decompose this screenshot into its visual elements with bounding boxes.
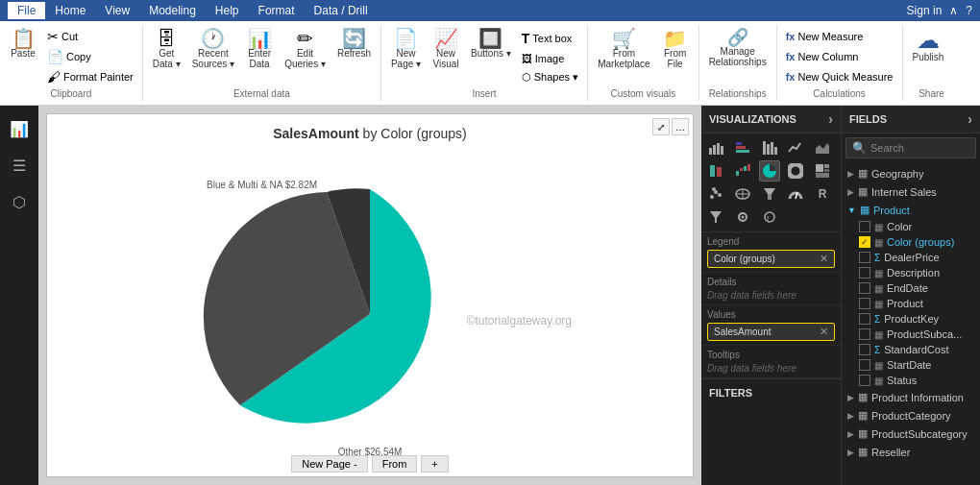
field-status[interactable]: ▦ Status [842, 373, 980, 388]
standard-cost-checkbox[interactable] [859, 344, 870, 355]
recent-sources-button[interactable]: 🕐 RecentSources ▾ [188, 27, 238, 71]
copy-button[interactable]: 📄 Copy [44, 48, 136, 65]
field-product[interactable]: ▦ Product [842, 296, 980, 311]
field-end-date[interactable]: ▦ EndDate [842, 280, 980, 296]
fields-search-input[interactable] [870, 142, 969, 154]
page-tab-1[interactable]: New Page - [291, 455, 367, 473]
menu-home[interactable]: Home [45, 2, 95, 19]
new-visual-button[interactable]: 📈 NewVisual [429, 27, 463, 71]
enter-data-button[interactable]: 📊 EnterData [242, 27, 277, 71]
viz-pie-chart[interactable] [759, 160, 780, 182]
from-marketplace-button[interactable]: 🛒 FromMarketplace [594, 27, 653, 71]
field-product-subca[interactable]: ▦ ProductSubca... [842, 327, 980, 342]
new-column-button[interactable]: fx New Column [783, 50, 896, 63]
menu-format[interactable]: Format [249, 2, 305, 19]
canvas-ellipsis-btn[interactable]: … [672, 118, 689, 135]
shapes-button[interactable]: ⬡ Shapes ▾ [519, 70, 581, 85]
viz-filter-icon[interactable] [705, 206, 726, 228]
legend-pill-close[interactable]: ✕ [820, 253, 828, 265]
svg-rect-4 [736, 150, 749, 153]
viz-panel-expand-btn[interactable]: › [828, 111, 833, 127]
viz-waterfall[interactable] [732, 160, 753, 182]
color-groups-checkbox[interactable]: ✓ [859, 236, 870, 248]
values-pill[interactable]: SalesAmount ✕ [707, 323, 835, 341]
viz-r-script[interactable]: R [812, 183, 833, 205]
chart-container: Blue & Multi & NA $2.82M Other $26.54M ©… [149, 151, 591, 476]
viz-column-chart[interactable] [759, 137, 780, 158]
svg-rect-9 [771, 142, 773, 155]
viz-format-icon[interactable] [732, 206, 753, 228]
new-measure-button[interactable]: fx New Measure [783, 30, 896, 43]
new-page-button[interactable]: 📄 NewPage ▾ [387, 27, 425, 71]
field-start-date[interactable]: ▦ StartDate [842, 357, 980, 373]
field-standard-cost[interactable]: Σ StandardCost [842, 342, 980, 357]
legend-zone: Legend Color (groups) ✕ [701, 232, 841, 273]
new-quick-measure-button[interactable]: fx New Quick Measure [783, 70, 896, 84]
viz-area-chart[interactable] [812, 137, 833, 158]
report-view-icon[interactable]: 📊 [4, 113, 35, 144]
svg-rect-33 [768, 194, 772, 200]
field-description[interactable]: ▦ Description [842, 265, 980, 280]
viz-bar-chart[interactable] [705, 137, 726, 158]
field-color-groups[interactable]: ✓ ▦ Color (groups) [842, 234, 980, 250]
viz-gauge[interactable] [785, 183, 806, 205]
viz-funnel[interactable] [759, 183, 780, 205]
product-subcategory-header[interactable]: ▶ ▦ ProductSubcategory [842, 424, 980, 443]
legend-pill[interactable]: Color (groups) ✕ [707, 250, 835, 268]
filters-label: FILTERS [709, 383, 833, 402]
menu-help[interactable]: Help [206, 2, 249, 19]
paste-button[interactable]: 📋 Paste [6, 27, 40, 61]
page-tab-2[interactable]: From [372, 455, 418, 473]
status-checkbox[interactable] [859, 375, 870, 386]
manage-relationships-button[interactable]: 🔗 ManageRelationships [705, 27, 771, 69]
sign-in[interactable]: Sign in ∧ ? [907, 4, 972, 17]
viz-line-chart[interactable] [785, 137, 806, 158]
internet-sales-group-header[interactable]: ▶ ▦ Internet Sales [842, 182, 980, 201]
canvas-focus-btn[interactable]: ⤢ [652, 118, 670, 135]
field-color[interactable]: ▦ Color [842, 219, 980, 234]
canvas-area: ⤢ … SalesAmount by Color (groups) Blue &… [38, 106, 701, 485]
menu-file[interactable]: File [8, 2, 45, 19]
start-date-checkbox[interactable] [859, 359, 870, 371]
edit-queries-button[interactable]: ✏ EditQueries ▾ [281, 27, 330, 71]
refresh-button[interactable]: 🔄 Refresh [333, 27, 375, 61]
viz-scatter[interactable] [705, 183, 726, 205]
values-pill-close[interactable]: ✕ [820, 326, 828, 338]
product-checkbox[interactable] [859, 298, 870, 309]
product-key-checkbox[interactable] [859, 313, 870, 325]
from-file-button[interactable]: 📁 FromFile [658, 27, 693, 71]
viz-map[interactable] [732, 183, 753, 205]
image-button[interactable]: 🖼 Image [519, 52, 581, 65]
publish-button[interactable]: ☁ Publish [909, 27, 948, 64]
data-view-icon[interactable]: ☰ [4, 150, 35, 181]
text-box-button[interactable]: T Text box [519, 30, 581, 47]
field-dealer-price[interactable]: Σ DealerPrice [842, 250, 980, 265]
svg-rect-0 [709, 148, 712, 155]
description-checkbox[interactable] [859, 267, 870, 279]
viz-stacked-bar[interactable] [732, 137, 753, 158]
product-information-header[interactable]: ▶ ▦ Product Information [842, 388, 980, 406]
buttons-button[interactable]: 🔲 Buttons ▾ [467, 27, 515, 61]
color-checkbox[interactable] [859, 221, 870, 232]
product-group-header[interactable]: ▼ ▦ Product [842, 201, 980, 219]
format-painter-button[interactable]: 🖌 Format Painter [44, 68, 136, 85]
menu-data-drill[interactable]: Data / Drill [305, 2, 378, 19]
product-category-header[interactable]: ▶ ▦ ProductCategory [842, 406, 980, 424]
end-date-checkbox[interactable] [859, 282, 870, 294]
dealer-price-checkbox[interactable] [859, 252, 870, 263]
cut-button[interactable]: ✂ Cut [44, 28, 136, 45]
geography-group-header[interactable]: ▶ ▦ Geography [842, 164, 980, 182]
viz-treemap[interactable] [812, 160, 833, 182]
field-product-key[interactable]: Σ ProductKey [842, 311, 980, 327]
page-add-tab[interactable]: + [421, 455, 448, 473]
viz-analytics-icon[interactable]: f [759, 206, 780, 228]
fields-panel-expand-btn[interactable]: › [968, 111, 972, 127]
product-subca-checkbox[interactable] [859, 328, 870, 340]
viz-donut[interactable] [785, 160, 806, 182]
reseller-header[interactable]: ▶ ▦ Reseller [842, 443, 980, 461]
viz-ribbon[interactable] [705, 160, 726, 182]
menu-view[interactable]: View [95, 2, 139, 19]
get-data-button[interactable]: 🗄 GetData ▾ [149, 27, 184, 71]
model-view-icon[interactable]: ⬡ [4, 186, 35, 217]
menu-modeling[interactable]: Modeling [139, 2, 206, 19]
